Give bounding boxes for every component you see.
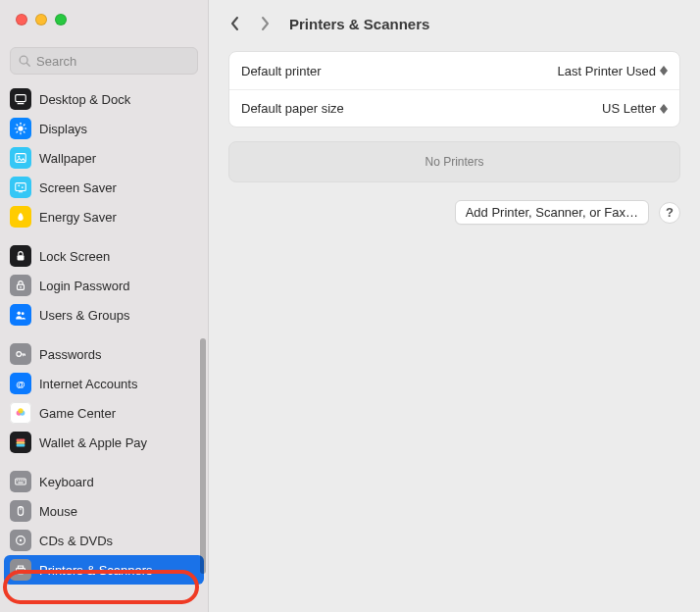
- passwords-icon: [10, 343, 31, 365]
- sidebar-scrollbar[interactable]: [200, 338, 206, 574]
- sidebar-item-printer[interactable]: Printers & Scanners: [4, 555, 204, 585]
- sidebar-item-label: Keyboard: [39, 475, 94, 489]
- sidebar-list[interactable]: Desktop & DockDisplaysWallpaperScreen Sa…: [0, 84, 208, 612]
- svg-rect-28: [17, 439, 25, 442]
- wallpaper-icon: [10, 147, 31, 169]
- titlebar: Printers & Scanners: [209, 0, 700, 47]
- svg-point-4: [18, 126, 23, 130]
- search-field[interactable]: [10, 47, 198, 75]
- svg-rect-30: [17, 444, 25, 447]
- svg-rect-2: [16, 95, 26, 102]
- settings-row-value[interactable]: US Letter: [602, 101, 668, 116]
- svg-line-11: [24, 125, 25, 126]
- sidebar-item-label: Mouse: [39, 504, 77, 519]
- settings-card: Default printerLast Printer UsedDefault …: [228, 51, 680, 128]
- help-button[interactable]: ?: [659, 202, 680, 224]
- sidebar-item-label: Wallet & Apple Pay: [39, 435, 147, 450]
- chevron-left-icon: [230, 16, 240, 31]
- svg-point-20: [20, 286, 22, 288]
- sidebar-item-label: CDs & DVDs: [39, 534, 113, 548]
- page-title: Printers & Scanners: [289, 16, 429, 32]
- printer-icon: [10, 559, 31, 581]
- sidebar-item-lock-screen[interactable]: Lock Screen: [0, 241, 208, 271]
- svg-rect-3: [18, 103, 25, 104]
- settings-row-label: Default printer: [241, 64, 322, 78]
- svg-rect-29: [17, 441, 25, 444]
- window-controls: [0, 0, 208, 39]
- sidebar-item-keyboard[interactable]: Keyboard: [0, 467, 208, 496]
- sidebar-item-energy-saver[interactable]: Energy Saver: [0, 202, 208, 231]
- search-icon: [18, 54, 31, 68]
- settings-row[interactable]: Default printerLast Printer Used: [229, 52, 679, 89]
- settings-row-label: Default paper size: [241, 101, 344, 116]
- svg-line-9: [17, 125, 18, 126]
- chevron-right-icon: [260, 16, 270, 31]
- svg-point-22: [22, 312, 25, 315]
- empty-state-label: No Printers: [425, 155, 483, 169]
- svg-marker-46: [660, 71, 668, 76]
- sidebar-item-label: Internet Accounts: [39, 377, 137, 391]
- users-groups-icon: [10, 304, 31, 326]
- displays-icon: [10, 118, 31, 139]
- svg-rect-43: [18, 566, 23, 569]
- close-window-button[interactable]: [16, 14, 27, 26]
- back-button[interactable]: [225, 10, 246, 37]
- svg-point-41: [20, 539, 22, 541]
- disc-icon: [10, 530, 31, 551]
- svg-rect-44: [18, 572, 23, 575]
- search-input[interactable]: [36, 54, 190, 69]
- minimize-window-button[interactable]: [35, 14, 47, 26]
- svg-rect-15: [16, 183, 26, 191]
- forward-button[interactable]: [254, 10, 275, 37]
- up-down-icon: [660, 66, 668, 76]
- sidebar-item-displays[interactable]: Displays: [0, 114, 208, 143]
- svg-line-10: [24, 131, 25, 132]
- svg-marker-48: [660, 109, 668, 114]
- zoom-window-button[interactable]: [55, 14, 67, 26]
- sidebar-item-disc[interactable]: CDs & DVDs: [0, 526, 208, 555]
- desktop-dock-icon: [10, 88, 31, 110]
- settings-row-value-text: US Letter: [602, 101, 656, 116]
- settings-row[interactable]: Default paper sizeUS Letter: [229, 89, 679, 127]
- sidebar-item-label: Users & Groups: [39, 308, 129, 323]
- sidebar-item-game-center[interactable]: Game Center: [0, 398, 208, 428]
- sidebar-item-users-groups[interactable]: Users & Groups: [0, 300, 208, 330]
- svg-rect-36: [24, 480, 25, 481]
- svg-rect-31: [16, 479, 26, 484]
- footer-row: Add Printer, Scanner, or Fax… ?: [228, 200, 680, 225]
- sidebar-item-login-pass[interactable]: Login Password: [0, 271, 208, 300]
- sidebar-item-label: Energy Saver: [39, 210, 117, 225]
- up-down-icon: [660, 104, 668, 114]
- svg-point-14: [18, 156, 20, 158]
- sidebar-item-desktop-dock[interactable]: Desktop & Dock: [0, 84, 208, 114]
- sidebar-item-label: Game Center: [39, 406, 116, 421]
- svg-point-27: [18, 408, 23, 413]
- screen-saver-icon: [10, 177, 31, 198]
- sidebar: Desktop & DockDisplaysWallpaperScreen Sa…: [0, 0, 209, 612]
- settings-row-value[interactable]: Last Printer Used: [558, 64, 668, 78]
- sidebar-item-label: Login Password: [39, 279, 130, 293]
- sidebar-item-wallet[interactable]: Wallet & Apple Pay: [0, 428, 208, 457]
- sidebar-item-label: Wallpaper: [39, 151, 96, 166]
- sidebar-item-wallpaper[interactable]: Wallpaper: [0, 143, 208, 173]
- lock-screen-icon: [10, 245, 31, 267]
- game-center-icon: [10, 402, 31, 424]
- svg-text:@: @: [16, 379, 25, 389]
- svg-point-17: [22, 186, 24, 188]
- printers-empty-state: No Printers: [228, 141, 680, 182]
- svg-rect-35: [22, 480, 23, 481]
- sidebar-item-label: Lock Screen: [39, 249, 110, 264]
- keyboard-icon: [10, 471, 31, 492]
- sidebar-item-internet[interactable]: @Internet Accounts: [0, 369, 208, 398]
- sidebar-item-mouse[interactable]: Mouse: [0, 496, 208, 526]
- sidebar-item-label: Desktop & Dock: [39, 92, 130, 107]
- svg-line-1: [26, 63, 29, 66]
- svg-rect-34: [21, 480, 22, 481]
- svg-rect-18: [18, 255, 25, 260]
- svg-point-21: [18, 312, 22, 316]
- svg-line-12: [17, 131, 18, 132]
- sidebar-item-passwords[interactable]: Passwords: [0, 339, 208, 369]
- add-printer-button[interactable]: Add Printer, Scanner, or Fax…: [455, 200, 649, 225]
- sidebar-item-screen-saver[interactable]: Screen Saver: [0, 173, 208, 202]
- settings-window: Desktop & DockDisplaysWallpaperScreen Sa…: [0, 0, 700, 612]
